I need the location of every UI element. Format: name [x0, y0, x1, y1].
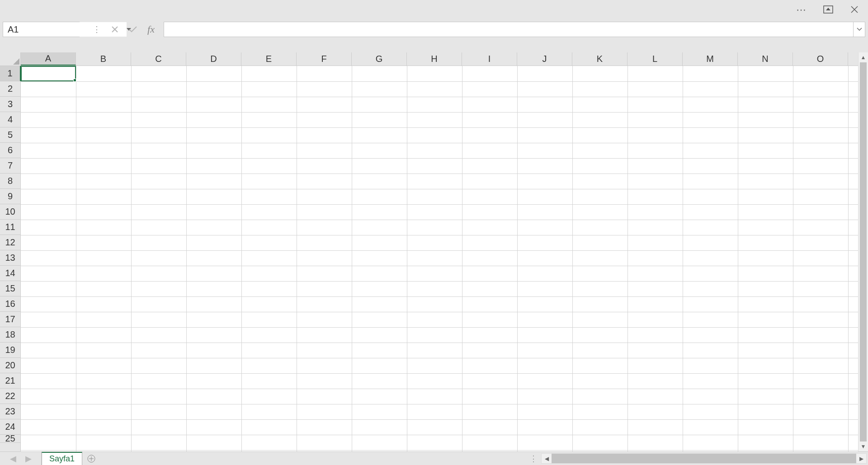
cells-area[interactable] — [21, 66, 868, 451]
row-header[interactable]: 4 — [0, 112, 20, 127]
row-header[interactable]: 25 — [0, 435, 20, 443]
horizontal-scroll-thumb[interactable] — [552, 454, 856, 463]
svg-marker-1 — [826, 8, 830, 10]
row-header[interactable]: 18 — [0, 327, 20, 343]
row-header[interactable]: 11 — [0, 220, 20, 235]
title-bar: ⋯ — [0, 0, 868, 22]
column-header[interactable]: I — [462, 52, 517, 66]
column-header[interactable]: A — [21, 52, 76, 66]
row-header[interactable]: 5 — [0, 127, 20, 143]
column-header[interactable]: B — [76, 52, 131, 66]
sheet-tab-active[interactable]: Sayfa1 — [42, 452, 82, 465]
close-button[interactable] — [845, 3, 863, 16]
row-header[interactable]: 16 — [0, 296, 20, 312]
formula-bar-expand-button[interactable] — [854, 22, 865, 37]
ribbon-toggle-icon — [823, 5, 833, 14]
enter-button[interactable] — [124, 22, 142, 37]
add-sheet-button[interactable] — [82, 452, 100, 465]
scroll-right-button[interactable]: ▶ — [856, 456, 866, 462]
app-window: ⋯ ⋮ — [0, 0, 868, 465]
column-header[interactable]: H — [407, 52, 462, 66]
spreadsheet-grid: ABCDEFGHIJKLMNO 123456789101112131415161… — [0, 52, 868, 451]
name-box-wrapper — [3, 22, 80, 37]
formula-input[interactable] — [164, 22, 854, 37]
sheet-nav-buttons: ◀ ▶ — [0, 452, 42, 465]
vertical-scroll-thumb[interactable] — [860, 62, 867, 442]
plus-circle-icon — [87, 455, 95, 463]
scroll-up-button[interactable]: ▲ — [859, 52, 868, 62]
next-sheet-button[interactable]: ▶ — [25, 454, 32, 464]
select-all-corner[interactable] — [0, 52, 21, 66]
ribbon-display-options-icon[interactable] — [819, 3, 837, 16]
fill-handle[interactable] — [73, 79, 76, 82]
cancel-icon — [111, 26, 118, 33]
column-header[interactable]: C — [131, 52, 186, 66]
scroll-down-button[interactable]: ▼ — [859, 442, 868, 451]
cancel-button[interactable] — [106, 22, 124, 37]
row-header[interactable]: 14 — [0, 266, 20, 281]
horizontal-scroll-track[interactable] — [552, 454, 856, 463]
row-header[interactable]: 24 — [0, 419, 20, 435]
sheet-bar-separator-icon[interactable]: ⋮ — [526, 452, 541, 465]
column-header[interactable]: O — [793, 52, 848, 66]
sheet-tab-bar: ◀ ▶ Sayfa1 ⋮ ◀ ▶ — [0, 451, 868, 465]
formula-options-icon[interactable]: ⋮ — [88, 22, 106, 37]
active-cell[interactable] — [21, 66, 76, 81]
row-header[interactable]: 15 — [0, 281, 20, 296]
formula-buttons: ⋮ fx — [88, 22, 160, 37]
row-header[interactable]: 22 — [0, 389, 20, 404]
row-header[interactable]: 23 — [0, 404, 20, 419]
row-header[interactable]: 8 — [0, 174, 20, 189]
row-header[interactable]: 3 — [0, 97, 20, 112]
row-header[interactable]: 20 — [0, 358, 20, 373]
ribbon-more-icon[interactable]: ⋯ — [793, 3, 811, 16]
column-header[interactable]: E — [241, 52, 297, 66]
column-header[interactable]: G — [352, 52, 407, 66]
grid-body: 1234567891011121314151617181920212223242… — [0, 66, 868, 451]
sheet-bar-spacer — [100, 452, 526, 465]
column-header[interactable]: J — [517, 52, 572, 66]
column-header[interactable]: K — [572, 52, 627, 66]
prev-sheet-button[interactable]: ◀ — [10, 454, 16, 464]
row-header[interactable]: 2 — [0, 81, 20, 97]
row-header[interactable]: 19 — [0, 343, 20, 358]
formula-bar: ⋮ fx — [3, 22, 865, 37]
row-header[interactable]: 17 — [0, 312, 20, 327]
row-header[interactable]: 21 — [0, 373, 20, 389]
row-header[interactable]: 7 — [0, 158, 20, 174]
row-header[interactable]: 1 — [0, 66, 21, 81]
column-header[interactable]: D — [186, 52, 241, 66]
column-header[interactable]: N — [738, 52, 793, 66]
row-header[interactable]: 10 — [0, 204, 20, 220]
close-icon — [850, 5, 859, 14]
column-header[interactable]: F — [297, 52, 352, 66]
row-header[interactable]: 6 — [0, 143, 20, 158]
row-headers: 1234567891011121314151617181920212223242… — [0, 66, 21, 451]
column-headers: ABCDEFGHIJKLMNO — [0, 52, 868, 66]
vertical-scrollbar[interactable]: ▲ ▼ — [858, 52, 868, 451]
chevron-down-icon — [857, 28, 862, 31]
column-header[interactable]: L — [627, 52, 683, 66]
row-header[interactable]: 12 — [0, 235, 20, 250]
scroll-left-button[interactable]: ◀ — [542, 456, 552, 462]
horizontal-scrollbar[interactable]: ◀ ▶ — [541, 453, 867, 464]
row-header[interactable]: 13 — [0, 250, 20, 266]
row-header[interactable]: 9 — [0, 189, 20, 204]
insert-function-button[interactable]: fx — [142, 22, 160, 37]
check-icon — [128, 26, 137, 33]
column-header[interactable]: M — [683, 52, 738, 66]
gridlines — [21, 66, 868, 451]
